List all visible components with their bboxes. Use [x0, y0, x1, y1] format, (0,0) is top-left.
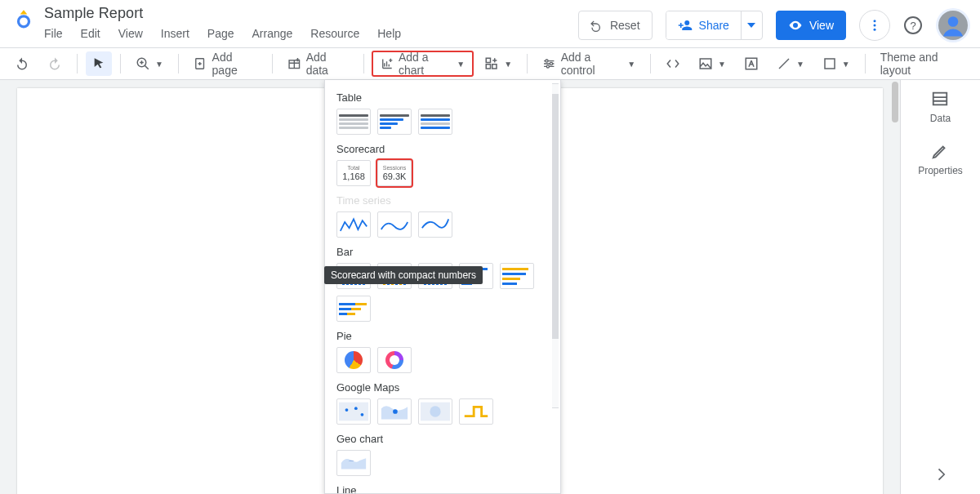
chart-pie-1[interactable]: [336, 347, 371, 373]
svg-point-3: [874, 29, 876, 31]
section-bar: Bar: [336, 246, 549, 258]
chart-map-1[interactable]: [336, 398, 371, 425]
scroll-thumb[interactable]: [552, 94, 559, 339]
community-viz-button[interactable]: ▼: [478, 51, 519, 76]
svg-rect-10: [487, 58, 491, 62]
toolbar: ▼ Add page Add data Add a chart ▼ ▼ Add …: [0, 47, 980, 80]
text-box-icon: [744, 56, 759, 71]
text-button[interactable]: [737, 51, 765, 76]
score-value: 69.3K: [383, 172, 407, 181]
add-chart-button[interactable]: Add a chart ▼: [372, 51, 474, 76]
side-tab-properties[interactable]: Properties: [918, 142, 963, 176]
magnify-plus-icon: [136, 56, 150, 71]
theme-button[interactable]: Theme and layout: [874, 51, 972, 76]
svg-point-20: [345, 408, 349, 412]
separator: [272, 54, 273, 73]
menu-view[interactable]: View: [118, 27, 143, 40]
chart-pie-donut[interactable]: [377, 347, 412, 373]
theme-label: Theme and layout: [880, 51, 965, 77]
more-vert-icon: [867, 18, 882, 33]
chart-bar-5[interactable]: [500, 263, 534, 289]
share-group: Share: [666, 11, 763, 40]
menu-insert[interactable]: Insert: [161, 27, 189, 40]
caret-down-icon: ▼: [718, 60, 726, 69]
shape-button[interactable]: ▼: [816, 51, 857, 76]
line-icon: [777, 56, 791, 71]
svg-rect-26: [933, 93, 947, 105]
chart-scorecard-compact[interactable]: Sessions 69.3K: [377, 160, 412, 186]
image-button[interactable]: ▼: [692, 51, 733, 76]
chart-map-3[interactable]: [418, 398, 452, 425]
reset-label: Reset: [610, 19, 640, 32]
blocks-icon: [484, 56, 499, 71]
chevron-right-icon: [933, 466, 949, 483]
side-expand-button[interactable]: [901, 466, 980, 483]
redo-icon: [47, 56, 62, 71]
app-logo: [13, 8, 34, 29]
view-button[interactable]: View: [776, 11, 846, 40]
menu-edit[interactable]: Edit: [81, 27, 100, 40]
menu-arrange[interactable]: Arrange: [252, 27, 293, 40]
section-pie: Pie: [336, 330, 549, 342]
header: Sample Report File Edit View Insert Page…: [0, 0, 980, 47]
chart-scorecard-1[interactable]: Total 1,168: [336, 160, 371, 186]
canvas-scrollbar[interactable]: [890, 80, 900, 494]
svg-point-1: [874, 20, 876, 22]
chart-bar-6[interactable]: [336, 296, 371, 322]
side-tab-data[interactable]: Data: [930, 90, 951, 124]
url-embed-button[interactable]: [659, 51, 687, 76]
menu-file[interactable]: File: [44, 27, 63, 40]
svg-point-23: [393, 409, 398, 414]
separator: [120, 54, 121, 73]
caret-down-icon: [747, 21, 755, 29]
add-control-button[interactable]: Add a control ▼: [536, 51, 642, 76]
help-button[interactable]: ?: [903, 16, 923, 35]
score-label: Sessions: [383, 165, 406, 171]
menu-page[interactable]: Page: [207, 27, 234, 40]
menu-resource[interactable]: Resource: [310, 27, 359, 40]
add-data-button[interactable]: Add data: [281, 51, 354, 76]
caret-down-icon: ▼: [796, 60, 804, 69]
line-button[interactable]: ▼: [770, 51, 811, 76]
header-right: Reset Share View ?: [578, 8, 970, 42]
redo-button[interactable]: [41, 51, 69, 76]
chart-geo-1[interactable]: [336, 450, 371, 476]
section-maps: Google Maps: [336, 381, 549, 394]
menu-help[interactable]: Help: [377, 27, 401, 40]
scroll-thumb[interactable]: [892, 82, 898, 122]
dropdown-scrollbar[interactable]: [552, 83, 559, 408]
separator: [527, 54, 528, 73]
chart-time-3[interactable]: [418, 211, 452, 238]
share-button[interactable]: Share: [666, 11, 741, 39]
add-control-label: Add a control: [561, 51, 623, 77]
chart-table-3[interactable]: [418, 109, 452, 135]
more-options-button[interactable]: [859, 10, 890, 41]
separator: [865, 54, 866, 73]
chart-map-2[interactable]: [377, 398, 412, 425]
score-label: Total: [348, 165, 360, 171]
chart-time-1[interactable]: [336, 211, 371, 238]
chart-time-2[interactable]: [377, 211, 412, 238]
add-page-button[interactable]: Add page: [187, 51, 264, 76]
section-scorecard: Scorecard: [336, 143, 549, 155]
share-caret[interactable]: [741, 11, 762, 39]
cursor-icon: [92, 57, 105, 70]
zoom-button[interactable]: ▼: [129, 51, 170, 76]
square-icon: [822, 56, 837, 71]
page-title[interactable]: Sample Report: [44, 5, 401, 22]
chart-map-4[interactable]: [459, 398, 493, 425]
selection-tool[interactable]: [86, 51, 112, 76]
undo-button[interactable]: [8, 51, 36, 76]
reset-button[interactable]: Reset: [578, 11, 653, 40]
chart-table-1[interactable]: [336, 109, 371, 135]
section-time-series: Time series: [336, 194, 549, 207]
chart-table-2[interactable]: [377, 109, 412, 135]
separator: [363, 54, 364, 73]
svg-rect-18: [825, 59, 835, 69]
account-button[interactable]: [936, 8, 970, 42]
code-icon: [666, 58, 680, 69]
section-table: Table: [336, 91, 549, 104]
help-icon: ?: [903, 16, 923, 35]
section-line: Line: [336, 484, 549, 493]
chart-plus-icon: [381, 56, 394, 71]
